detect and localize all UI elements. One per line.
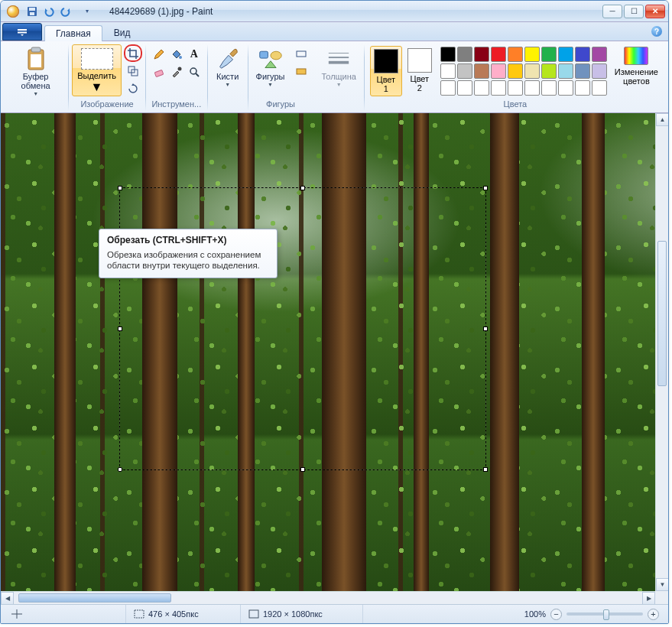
scroll-up-icon[interactable]: ▲ — [656, 113, 668, 126]
color-swatch[interactable] — [474, 80, 489, 96]
brushes-button[interactable]: Кисти ▼ — [211, 44, 245, 87]
color-swatch[interactable] — [575, 63, 590, 79]
color-swatch[interactable] — [457, 47, 472, 62]
shape-outline-button[interactable] — [292, 44, 310, 62]
paste-button[interactable]: Буфер обмена ▼ — [6, 44, 65, 96]
zoom-thumb[interactable] — [603, 609, 609, 620]
eraser-tool[interactable] — [151, 63, 167, 80]
color-swatch[interactable] — [592, 63, 607, 79]
select-button[interactable]: Выделить ▼ — [72, 44, 122, 96]
color-swatch[interactable] — [541, 63, 557, 79]
color-swatch[interactable] — [474, 47, 489, 62]
minimize-button[interactable]: ─ — [602, 5, 622, 18]
close-button[interactable]: ✕ — [645, 5, 665, 18]
fill-tool[interactable] — [168, 46, 185, 63]
color2-button[interactable]: Цвет 2 — [404, 46, 435, 95]
scroll-thumb[interactable] — [657, 241, 667, 386]
text-tool[interactable]: A — [186, 46, 203, 63]
color-swatch[interactable] — [440, 47, 456, 62]
picker-tool[interactable] — [168, 63, 185, 80]
ribbon: Буфер обмена ▼ Выделить ▼ — [1, 41, 668, 113]
crop-button[interactable] — [124, 44, 142, 62]
zoom-slider[interactable] — [566, 612, 643, 616]
vertical-scrollbar[interactable]: ▲ ▼ — [655, 113, 668, 591]
zoom-in-button[interactable]: + — [648, 609, 659, 620]
file-menu-button[interactable] — [2, 23, 42, 41]
color-swatch[interactable] — [524, 80, 540, 96]
shape-fill-button[interactable] — [292, 62, 310, 80]
color-swatch[interactable] — [474, 63, 489, 79]
resize-handle[interactable] — [118, 186, 122, 190]
qat-customize-icon[interactable]: ▾ — [79, 3, 96, 20]
horizontal-scrollbar[interactable]: ◀ ▶ — [1, 591, 655, 604]
rotate-button[interactable] — [124, 80, 142, 97]
color-swatch[interactable] — [541, 47, 557, 62]
canvas-viewport[interactable] — [1, 113, 655, 591]
eraser-icon — [153, 66, 165, 78]
resize-handle[interactable] — [118, 326, 122, 331]
color-swatch[interactable] — [440, 80, 456, 96]
resize-handle[interactable] — [483, 326, 488, 331]
scroll-right-icon[interactable]: ▶ — [642, 592, 655, 604]
color-swatch[interactable] — [508, 47, 523, 62]
canvas-size: 1920 × 1080пкс — [241, 605, 363, 623]
color-swatch[interactable] — [592, 80, 607, 96]
selection-size-icon — [134, 609, 144, 619]
color-swatch[interactable] — [491, 63, 506, 79]
svg-rect-17 — [297, 51, 306, 57]
svg-rect-15 — [259, 51, 268, 58]
color-swatch[interactable] — [575, 80, 590, 96]
svg-rect-2 — [30, 12, 34, 15]
color-swatch[interactable] — [558, 80, 573, 96]
resize-handle[interactable] — [483, 186, 488, 190]
color-swatch[interactable] — [440, 63, 456, 79]
scroll-down-icon[interactable]: ▼ — [656, 578, 668, 591]
scroll-thumb[interactable] — [18, 593, 171, 603]
color-swatch[interactable] — [541, 80, 557, 96]
color-swatch[interactable] — [457, 63, 472, 79]
tab-home[interactable]: Главная — [44, 25, 102, 41]
canvas[interactable] — [1, 113, 655, 591]
selection-size: 476 × 405пкс — [126, 605, 241, 623]
rotate-icon — [127, 83, 139, 95]
svg-rect-3 — [18, 29, 27, 31]
titlebar[interactable]: ▾ 484429689 (1).jpg - Paint ─ ☐ ✕ — [1, 1, 668, 22]
tooltip-title: Обрезать (CTRL+SHIFT+X) — [107, 235, 269, 245]
color1-button[interactable]: Цвет 1 — [370, 46, 402, 96]
tab-view[interactable]: Вид — [102, 24, 142, 41]
thickness-label: Толщина — [321, 72, 356, 81]
zoom-out-button[interactable]: − — [550, 609, 562, 620]
color-swatch[interactable] — [558, 47, 573, 62]
resize-handle[interactable] — [118, 467, 122, 472]
svg-rect-25 — [249, 610, 258, 618]
color-swatch[interactable] — [491, 47, 506, 62]
color-swatch[interactable] — [592, 47, 607, 62]
color-swatch[interactable] — [508, 80, 523, 96]
resize-handle[interactable] — [300, 467, 305, 472]
thickness-button[interactable]: Толщина ▼ — [317, 44, 361, 87]
maximize-button[interactable]: ☐ — [624, 5, 644, 18]
resize-button[interactable] — [124, 62, 142, 80]
save-icon[interactable] — [24, 3, 41, 20]
pencil-tool[interactable] — [151, 46, 167, 63]
undo-icon[interactable] — [41, 3, 57, 20]
shapes-label: Фигуры — [256, 72, 285, 81]
select-label: Выделить — [77, 71, 116, 80]
color-swatch[interactable] — [524, 63, 540, 79]
scroll-left-icon[interactable]: ◀ — [1, 592, 14, 604]
help-icon[interactable]: ? — [651, 26, 662, 37]
color-swatch[interactable] — [524, 47, 540, 62]
shapes-gallery[interactable]: Фигуры ▼ — [252, 44, 290, 87]
resize-handle[interactable] — [483, 467, 488, 472]
group-label: Изображение — [80, 99, 133, 111]
color-swatch[interactable] — [558, 63, 573, 79]
color-swatch[interactable] — [457, 80, 472, 96]
svg-point-13 — [190, 68, 196, 74]
redo-icon[interactable] — [57, 3, 74, 20]
zoom-tool[interactable] — [186, 63, 203, 80]
color-swatch[interactable] — [575, 47, 590, 62]
resize-handle[interactable] — [300, 186, 305, 190]
edit-colors-button[interactable]: Изменение цветов — [610, 44, 663, 86]
color-swatch[interactable] — [491, 80, 506, 96]
color-swatch[interactable] — [508, 63, 523, 79]
